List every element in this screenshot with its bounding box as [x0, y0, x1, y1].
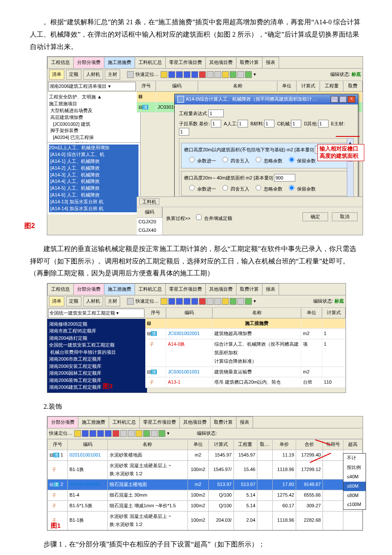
radio-keep[interactable] [289, 157, 294, 162]
toolbar-icon[interactable] [89, 430, 96, 437]
tab-report[interactable]: 报表 [236, 416, 253, 428]
quick-locate[interactable]: 快速定位… [49, 429, 72, 438]
library-dropdown[interactable]: 全国统一建筑安装工程工期定额 ▾ [48, 309, 144, 318]
radio-round[interactable] [222, 157, 228, 162]
radio-carry[interactable] [189, 157, 195, 162]
toolbar-icon[interactable] [230, 298, 236, 305]
toolbar-icon[interactable] [245, 298, 252, 305]
toolbar-icon[interactable] [105, 430, 112, 437]
dropdown-item[interactable]: 按比例 [343, 463, 366, 472]
dropdown-item[interactable]: ≤40M [343, 472, 366, 482]
toolbar-icon[interactable] [237, 298, 244, 305]
toolbar-icon[interactable] [74, 430, 81, 437]
tab-report[interactable]: 报表 [262, 283, 279, 295]
subtab-list[interactable]: 清单 [49, 296, 64, 306]
toolbar-icon[interactable] [214, 71, 221, 78]
close-button[interactable]: × [348, 96, 355, 103]
toolbar-icon[interactable] [237, 71, 244, 78]
toolbar-icon[interactable] [245, 71, 252, 78]
tab-fee-calc[interactable]: 取费计算 [236, 57, 262, 68]
tab-misc-fee[interactable]: 零星工作项目费 [165, 57, 206, 68]
tab-fee-calc[interactable]: 取费计算 [210, 416, 236, 428]
maximize-button[interactable]: □ [339, 96, 347, 103]
tab-misc-fee[interactable]: 零星工作项目费 [139, 416, 180, 428]
delete-icon[interactable] [199, 298, 206, 305]
toolbar-icon[interactable] [128, 430, 135, 437]
toolbar-icon[interactable] [120, 430, 127, 437]
tab-other-fee[interactable]: 其他项目费 [205, 283, 236, 295]
dropdown-item[interactable]: ≤80M [343, 491, 366, 500]
dropdown-item[interactable]: ≤100M [343, 500, 366, 509]
toolbar-icon[interactable] [97, 430, 104, 437]
tab-material-summary[interactable]: 工料机汇总 [135, 283, 166, 295]
library-tree[interactable]: 湖南修缮2005定额 湖南市政工程95定额库 湖南2004路灯定额 全国统一建筑… [47, 319, 147, 393]
tab-project-info[interactable]: 工程信息 [47, 57, 74, 68]
toolbar-icon[interactable] [184, 71, 190, 78]
subtab-quota[interactable]: 定额 [66, 69, 81, 80]
tab-section-fee[interactable]: 分部分项费 [47, 416, 78, 428]
expr-input[interactable] [208, 110, 224, 117]
toolbar-icon[interactable] [191, 298, 198, 305]
ok-button[interactable]: 确定 [303, 212, 328, 221]
tab-project-info[interactable]: 工程信息 [47, 283, 74, 295]
coef-main[interactable] [179, 128, 189, 136]
toolbar-icon[interactable] [230, 71, 236, 78]
subtab-quota[interactable]: 定额 [66, 296, 81, 306]
toolbar-icon[interactable] [176, 71, 183, 78]
dropdown-item[interactable]: 不计 [343, 454, 366, 463]
toolbar-icon[interactable] [207, 298, 213, 305]
tab-fee-calc[interactable]: 取费计算 [236, 283, 262, 295]
quick-locate[interactable]: 快速定位… [135, 297, 159, 306]
delete-icon[interactable] [199, 71, 206, 78]
toolbar-icon[interactable] [214, 298, 221, 305]
tab-section-fee[interactable]: 分部分项费 [73, 57, 104, 68]
minimize-button[interactable]: _ [331, 96, 338, 103]
modal-titlebar[interactable]: A14-0\综合计算人工、机械降效（按不同檐高建筑面积加权计… _ □ × [175, 94, 358, 104]
tab-material-summary[interactable]: 工料机汇总 [135, 57, 166, 68]
cancel-button[interactable]: 取消 [332, 212, 357, 221]
subtab-main[interactable]: 主材 [105, 296, 120, 306]
toolbar-icon[interactable] [143, 430, 150, 437]
subtab-material[interactable]: 人材机 [83, 69, 103, 80]
tree-panel-a[interactable]: 工程安全防护、文明施 ▲ 施工措施项目 大型机械进出场费及 高层建筑增加费 [J… [47, 92, 141, 142]
toolbar-icon[interactable] [159, 430, 165, 437]
tab-measure-fee[interactable]: 施工措施费 [104, 57, 135, 68]
tab-measure-fee[interactable]: 施工措施费 [104, 283, 135, 295]
swap-link[interactable]: 换算过程>> [166, 216, 190, 221]
quick-locate[interactable]: 快速定位… [135, 70, 159, 79]
toolbar-icon[interactable] [161, 71, 167, 78]
merge-checkbox[interactable] [196, 214, 202, 220]
tab-measure-fee[interactable]: 施工措施费 [78, 416, 109, 428]
dropdown-item[interactable]: ≤60M [343, 482, 366, 491]
tab-other-fee[interactable]: 其他项目费 [179, 416, 210, 428]
tab-material-summary[interactable]: 工料机汇总 [109, 416, 140, 428]
library-dropdown[interactable]: 湖南2006建筑工程清单项目 ▾ [48, 82, 136, 91]
tab-other-fee[interactable]: 其他项目费 [205, 57, 236, 68]
toolbar-icon[interactable] [151, 430, 158, 437]
height-dropdown[interactable]: 不计 按比例 ≤40M ≤60M ≤80M ≤100M [343, 453, 366, 510]
subtab-main[interactable]: 主材 [105, 69, 120, 80]
toolbar-icon[interactable] [184, 298, 190, 305]
radio-ignore[interactable] [256, 157, 261, 162]
area-input-2[interactable] [274, 174, 295, 182]
coef-material[interactable] [264, 120, 274, 127]
toolbar-icon[interactable] [161, 298, 167, 305]
toolbar-icon[interactable] [191, 71, 198, 78]
tab-misc-fee[interactable]: 零星工作项目费 [165, 283, 206, 295]
toolbar-icon[interactable] [176, 298, 183, 305]
bottom-tab-material[interactable]: 工料机 [139, 198, 159, 205]
toolbar-icon[interactable] [168, 298, 175, 305]
tab-report[interactable]: 报表 [262, 57, 279, 68]
subtab-list[interactable]: 清单 [49, 69, 64, 80]
delete-icon[interactable] [112, 430, 119, 437]
toolbar-icon[interactable] [135, 430, 142, 437]
toolbar-icon[interactable] [168, 71, 175, 78]
coef-other[interactable] [318, 120, 329, 127]
subtab-material[interactable]: 人材机 [83, 296, 103, 306]
coef-machine[interactable] [291, 120, 301, 127]
toolbar-icon[interactable] [222, 71, 229, 78]
tab-section-fee[interactable]: 分部分项费 [73, 283, 104, 295]
coef-labor[interactable] [238, 120, 248, 127]
coef-base[interactable] [211, 120, 221, 127]
toolbar-icon[interactable] [222, 298, 229, 305]
